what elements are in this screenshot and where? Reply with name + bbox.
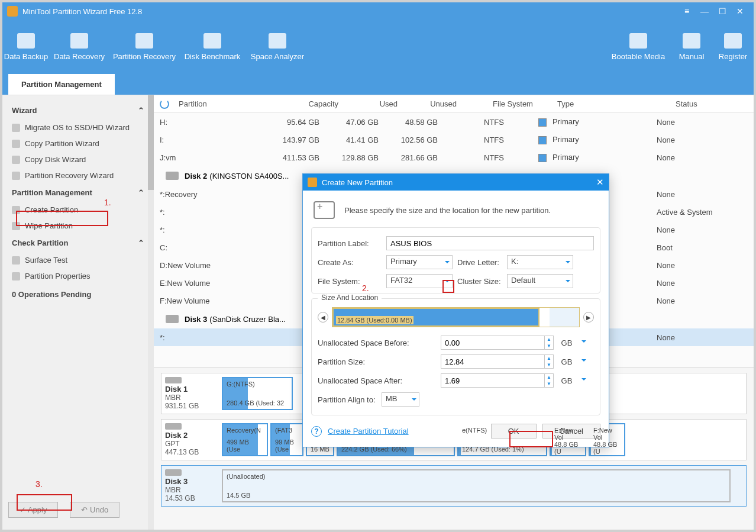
usb-icon <box>629 33 647 49</box>
chevron-up-icon: ⌃ <box>138 188 144 197</box>
help-icon[interactable]: ? <box>311 426 322 437</box>
sidebar-item-partition-properties[interactable]: Partition Properties <box>8 268 148 284</box>
app-title: MiniTool Partition Wizard Free 12.8 <box>22 7 142 16</box>
refresh-icon[interactable] <box>160 99 169 109</box>
create-partition-dialog: Create New Partition ✕ Please specify th… <box>302 173 609 447</box>
toolbar-data-recovery[interactable]: Data Recovery <box>50 24 109 70</box>
toolbar-data-backup[interactable]: Data Backup <box>2 24 50 70</box>
spin-up[interactable]: ▲ <box>545 374 553 381</box>
dialog-close-button[interactable]: ✕ <box>596 177 604 188</box>
table-row[interactable]: H:95.64 GB47.06 GB48.58 GBNTFSPrimaryNon… <box>154 113 754 131</box>
sidebar-item-surface-test[interactable]: Surface Test <box>8 252 148 268</box>
recovery-icon <box>70 33 88 49</box>
space-after-input[interactable] <box>441 373 545 388</box>
sidebar: Wizard⌃ Migrate OS to SSD/HD Wizard Copy… <box>2 95 154 530</box>
dialog-title: Create New Partition <box>322 178 393 187</box>
toolbar-disk-benchmark[interactable]: Disk Benchmark <box>180 24 245 70</box>
label-space-before: Unallocated Space Before: <box>318 338 436 347</box>
spin-down[interactable]: ▼ <box>545 381 553 387</box>
label-cluster-size: Cluster Size: <box>457 277 502 286</box>
label-align-to: Partition Align to: <box>318 395 377 404</box>
unit-select[interactable] <box>580 338 588 347</box>
annotation-1: 1. <box>104 198 111 207</box>
titlebar: MiniTool Partition Wizard Free 12.8 ≡ — … <box>2 2 754 20</box>
toolbar-manual[interactable]: Manual <box>671 24 712 70</box>
undo-button[interactable]: ↶ Undo <box>70 502 119 518</box>
spin-down[interactable]: ▼ <box>545 362 553 368</box>
toolbar-partition-recovery[interactable]: Partition Recovery <box>109 24 180 70</box>
apply-button[interactable]: ✓ Apply <box>8 502 58 518</box>
partition-grid-header: Partition Capacity Used Unused File Syst… <box>154 95 754 113</box>
close-button[interactable]: ✕ <box>731 5 749 17</box>
size-slider[interactable]: 12.84 GB (Used:0.00 MB) <box>332 307 580 327</box>
analyzer-icon <box>269 33 286 49</box>
group-size-location: Size And Location <box>318 294 382 302</box>
sidebar-scrollbar[interactable] <box>148 95 154 530</box>
label-create-as: Create As: <box>318 258 382 267</box>
sidebar-item-copy-partition[interactable]: Copy Partition Wizard <box>8 136 148 151</box>
slider-label: 12.84 GB (Used:0.00 MB) <box>336 316 413 324</box>
backup-icon <box>17 33 35 49</box>
spin-down[interactable]: ▼ <box>545 343 553 349</box>
sidebar-item-migrate-os[interactable]: Migrate OS to SSD/HD Wizard <box>8 120 148 136</box>
maximize-button[interactable]: ☐ <box>713 5 731 17</box>
new-partition-icon <box>314 201 335 219</box>
create-as-select[interactable]: Primary <box>386 255 453 269</box>
minimize-button[interactable]: — <box>696 5 713 17</box>
label-partition-label: Partition Label: <box>318 239 382 248</box>
space-before-input[interactable] <box>441 336 545 350</box>
chevron-up-icon: ⌃ <box>138 238 144 247</box>
table-row[interactable]: I:143.97 GB41.41 GB102.56 GBNTFSPrimaryN… <box>154 131 754 149</box>
label-partition-size: Partition Size: <box>318 357 436 366</box>
spin-up[interactable]: ▲ <box>545 355 553 362</box>
slider-right-button[interactable]: ▶ <box>583 312 594 323</box>
sidebar-item-wipe-partition[interactable]: Wipe Partition <box>8 218 148 234</box>
partition-size-input[interactable] <box>441 354 545 369</box>
dialog-description: Please specify the size and the location… <box>344 206 551 215</box>
dialog-logo-icon <box>308 178 317 187</box>
benchmark-icon <box>203 33 221 49</box>
table-row[interactable]: J:vm411.53 GB129.88 GB281.66 GBNTFSPrima… <box>154 149 754 166</box>
spin-up[interactable]: ▲ <box>545 336 553 343</box>
annotation-3: 3. <box>35 479 43 489</box>
toolbar-space-analyzer[interactable]: Space Analyzer <box>245 24 310 70</box>
label-file-system: File System: <box>318 277 382 286</box>
chevron-up-icon: ⌃ <box>138 106 144 115</box>
tutorial-link[interactable]: Create Partition Tutorial <box>328 427 409 436</box>
file-system-select[interactable]: FAT32 <box>386 274 453 288</box>
register-icon <box>724 33 742 49</box>
toolbar-bootable-media[interactable]: Bootable Media <box>606 24 671 70</box>
manual-icon <box>683 33 700 49</box>
main-toolbar: Data Backup Data Recovery Partition Reco… <box>2 20 754 73</box>
sidebar-head-check-partition[interactable]: Check Partition⌃ <box>8 234 148 252</box>
sidebar-item-create-partition[interactable]: Create Partition <box>8 202 148 218</box>
unit-select[interactable] <box>580 357 588 366</box>
align-select[interactable]: MB <box>382 392 419 407</box>
menu-icon[interactable]: ≡ <box>678 5 696 17</box>
sidebar-head-partition-mgmt[interactable]: Partition Management⌃ <box>8 183 148 202</box>
slider-left-button[interactable]: ◀ <box>318 312 328 323</box>
unit-select[interactable] <box>580 376 588 385</box>
operations-pending: 0 Operations Pending <box>8 284 148 305</box>
dialog-titlebar[interactable]: Create New Partition ✕ <box>303 174 609 191</box>
drive-letter-select[interactable]: K: <box>507 255 573 269</box>
partition-label-input[interactable] <box>386 236 594 250</box>
app-logo-icon <box>7 6 18 17</box>
cluster-size-select[interactable]: Default <box>507 274 573 288</box>
partition-recovery-icon <box>135 33 153 49</box>
sidebar-item-partition-recovery[interactable]: Partition Recovery Wizard <box>8 167 148 183</box>
sidebar-item-copy-disk[interactable]: Copy Disk Wizard <box>8 151 148 167</box>
disk-map-row[interactable]: Disk 3MBR14.53 GB(Unallocated)14.5 GB <box>161 465 747 507</box>
tab-partition-management[interactable]: Partition Management <box>8 74 115 95</box>
annotation-2: 2. <box>362 283 369 293</box>
toolbar-register[interactable]: Register <box>712 24 754 70</box>
label-space-after: Unallocated Space After: <box>318 376 436 385</box>
label-drive-letter: Drive Letter: <box>457 258 502 267</box>
sidebar-head-wizard[interactable]: Wizard⌃ <box>8 101 148 120</box>
